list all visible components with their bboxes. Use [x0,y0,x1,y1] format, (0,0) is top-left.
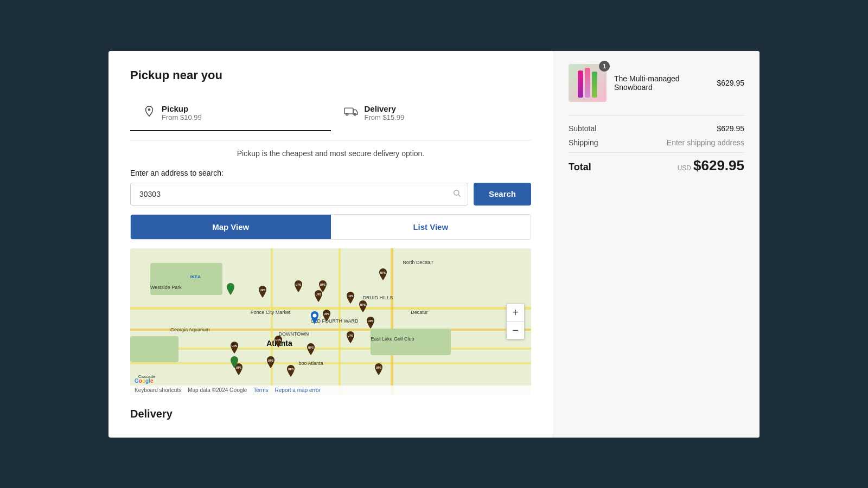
svg-text:UPS: UPS [324,312,330,316]
board-2 [585,68,590,98]
ups-pin-1: UPS [263,298,272,312]
park-area-2 [130,336,178,363]
delivery-truck-icon [344,105,358,120]
map-label-druid: DRUID HILLS [363,295,393,300]
item-badge: 1 [599,61,610,72]
map-label-aquarium: Georgia Aquarium [170,327,210,332]
road-h4 [130,362,531,364]
pickup-note: Pickup is the cheapest and most secure d… [130,149,531,158]
ups-pin-7: UPS [383,280,393,294]
zoom-in-button[interactable]: + [507,304,524,322]
total-value: $629.95 [693,157,744,174]
board-1 [578,70,583,98]
board-3 [592,72,597,98]
svg-point-4 [454,190,459,195]
subtotal-label: Subtotal [569,124,596,133]
svg-point-0 [148,108,151,111]
search-label: Enter an address to search: [130,169,531,177]
svg-point-2 [346,113,348,115]
map-report-link[interactable]: Report a map error [275,387,321,393]
right-panel: 1 The Multi-managed Snowboard $629.95 Su… [553,51,760,438]
delivery-label: Delivery [365,104,405,113]
map-view-button[interactable]: Map View [131,215,331,239]
svg-text:UPS: UPS [276,338,282,342]
svg-text:UPS: UPS [308,346,314,349]
svg-text:UPS: UPS [232,344,238,348]
zoom-out-button[interactable]: − [507,322,524,339]
view-toggle: Map View List View [130,214,531,240]
delivery-option[interactable]: Delivery From $15.99 [331,95,532,131]
ups-pin-5: UPS [327,322,336,336]
total-right: USD $629.95 [678,157,744,174]
map-data-credit: Map data ©2024 Google [188,387,247,393]
road-v3 [391,248,393,395]
blue-location-pin [315,324,326,339]
total-label: Total [569,162,591,173]
svg-text:UPS: UPS [368,319,374,323]
svg-text:UPS: UPS [316,293,322,296]
svg-text:UPS: UPS [296,283,302,286]
shipping-row: Shipping Enter shipping address [569,138,744,147]
svg-text:UPS: UPS [260,288,266,292]
left-panel: Pickup near you Pickup From $10.99 [108,51,553,438]
ups-pin-12: UPS [278,348,288,362]
search-input-wrapper [130,183,468,206]
subtotal-row: Subtotal $629.95 [569,124,744,133]
map-keyboard-shortcuts: Keyboard shortcuts [135,387,181,393]
divider [130,140,531,140]
map-zoom-controls: + − [506,304,525,339]
ups-pin-8: UPS [298,292,308,306]
golf-area [371,329,451,355]
order-item: 1 The Multi-managed Snowboard $629.95 [569,64,744,102]
svg-text:UPS: UPS [376,366,382,369]
svg-text:UPS: UPS [348,334,354,337]
product-name: The Multi-managed Snowboard [614,74,709,92]
product-price: $629.95 [717,79,744,87]
road-h3 [130,348,531,350]
main-container: Pickup near you Pickup From $10.99 [108,51,760,438]
product-image-wrapper: 1 [569,64,607,102]
map-container[interactable]: Westside Park North Decatur Ponce City M… [130,248,531,395]
green-tree-pin-1: 🌲 [231,295,240,309]
pickup-info: Pickup From $10.99 [162,104,202,121]
shipping-value: Enter shipping address [667,138,744,147]
list-view-button[interactable]: List View [331,215,531,239]
pickup-label: Pickup [162,104,202,113]
svg-text:UPS: UPS [360,303,366,306]
shipping-label: Shipping [569,138,598,147]
currency-label: USD [678,164,691,172]
search-row: Search [130,183,531,206]
ups-pin-10: UPS [350,343,360,357]
search-magnifier-icon [452,189,461,200]
delivery-options: Pickup From $10.99 Delivery From $15.99 [130,95,531,131]
total-row: Total USD $629.95 [569,152,744,174]
pickup-option[interactable]: Pickup From $10.99 [130,95,331,131]
green-tree-pin-2 [234,368,244,382]
delivery-info: Delivery From $15.99 [365,104,405,121]
svg-line-5 [458,195,461,197]
ups-pin-13: UPS [271,368,280,382]
svg-text:UPS: UPS [268,359,274,362]
map-label-westside: Westside Park [150,285,182,290]
subtotal-value: $629.95 [717,124,744,133]
search-input[interactable] [137,183,452,205]
location-pin-icon [143,105,155,120]
page-title: Pickup near you [130,68,531,82]
svg-text:🌲: 🌲 [228,285,233,290]
map-label-ikea: IKEA [190,274,201,279]
svg-text:UPS: UPS [320,283,326,286]
map-terms-link[interactable]: Terms [253,387,268,393]
svg-text:UPS: UPS [380,271,386,274]
delivery-section-title: Delivery [130,408,531,420]
search-button[interactable]: Search [474,183,531,206]
svg-point-23 [312,313,316,317]
svg-text:UPS: UPS [288,368,293,371]
svg-text:UPS: UPS [348,294,354,298]
map-footer: Keyboard shortcuts Map data ©2024 Google… [130,386,531,395]
delivery-sublabel: From $15.99 [365,113,405,121]
snowboard-visual [578,68,597,98]
map-label-north-decatur: North Decatur [403,260,433,265]
ups-pin-11: UPS [311,355,321,369]
ups-pin-9: UPS [371,329,380,343]
svg-rect-1 [344,108,353,114]
